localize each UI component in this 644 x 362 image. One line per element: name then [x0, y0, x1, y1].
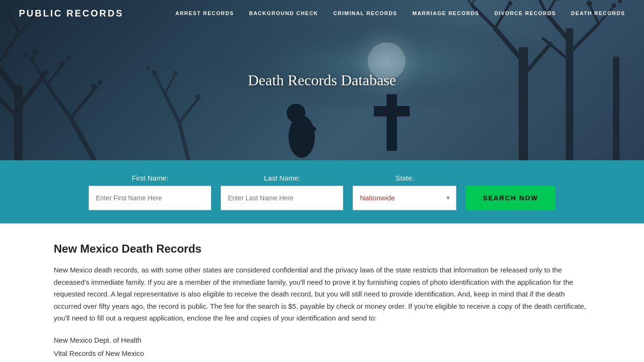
svg-point-73: [173, 71, 178, 75]
svg-point-61: [33, 49, 38, 55]
first-name-label: First Name:: [89, 174, 211, 182]
state-select-wrapper: Nationwide Alabama Alaska Arizona Arkans…: [353, 186, 456, 210]
last-name-label: Last Name:: [221, 174, 343, 182]
state-field-group: State: Nationwide Alabama Alaska Arizona…: [353, 174, 456, 210]
main-content: New Mexico Death Records New Mexico deat…: [0, 223, 644, 362]
last-name-input[interactable]: [221, 186, 343, 210]
nav-background-check[interactable]: BACKGROUND CHECK: [249, 10, 318, 16]
site-logo[interactable]: PUBLIC RECORDS: [19, 8, 124, 19]
nav-death-records[interactable]: DEATH RECORDS: [571, 10, 625, 16]
svg-rect-3: [14, 85, 23, 160]
svg-point-60: [24, 52, 28, 57]
svg-point-64: [91, 84, 98, 90]
main-nav: ARREST RECORDS BACKGROUND CHECK CRIMINAL…: [175, 10, 625, 16]
first-name-input[interactable]: [89, 186, 211, 210]
content-address: New Mexico Dept. of Health Vital Records…: [54, 334, 590, 361]
state-label: State:: [353, 174, 456, 182]
site-header: PUBLIC RECORDS ARREST RECORDS BACKGROUND…: [0, 0, 644, 26]
svg-point-74: [195, 94, 201, 99]
nav-divorce-records[interactable]: DIVORCE RECORDS: [495, 10, 556, 16]
svg-rect-49: [374, 106, 410, 116]
address-line-1: New Mexico Dept. of Health: [54, 336, 141, 344]
nav-criminal-records[interactable]: CRIMINAL RECORDS: [333, 10, 397, 16]
svg-point-65: [98, 80, 102, 85]
first-name-field-group: First Name:: [89, 174, 211, 210]
content-heading: New Mexico Death Records: [54, 242, 590, 255]
svg-rect-19: [519, 47, 528, 160]
svg-rect-21: [613, 57, 619, 160]
hero-title: Death Records Database: [248, 72, 396, 89]
svg-rect-48: [387, 94, 397, 151]
last-name-field-group: Last Name:: [221, 174, 343, 210]
svg-point-59: [29, 56, 35, 62]
svg-point-71: [152, 70, 157, 76]
svg-point-51: [287, 104, 305, 123]
search-now-button[interactable]: SEARCH NOW: [466, 186, 555, 210]
nav-arrest-records[interactable]: ARREST RECORDS: [175, 10, 234, 16]
svg-point-62: [59, 61, 65, 66]
address-line-2: Vital Records of New Mexico: [54, 349, 144, 357]
nav-marriage-records[interactable]: MARRIAGE RECORDS: [413, 10, 479, 16]
state-select[interactable]: Nationwide Alabama Alaska Arizona Arkans…: [353, 186, 456, 210]
svg-point-63: [66, 55, 71, 60]
content-paragraph-1: New Mexico death records, as with some o…: [54, 264, 590, 324]
svg-point-72: [147, 66, 150, 70]
search-section: First Name: Last Name: State: Nationwide…: [0, 160, 644, 223]
site-title: PUBLIC RECORDS: [19, 8, 124, 18]
